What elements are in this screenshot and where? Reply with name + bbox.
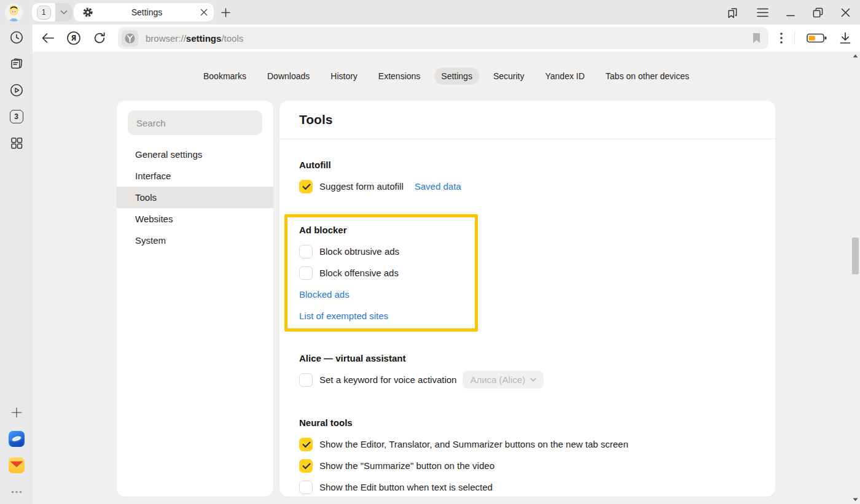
block-obtrusive-label: Block obtrusive ads (319, 246, 399, 257)
show-edit-button-label: Show the Edit button when text is select… (319, 482, 493, 492)
close-icon (841, 8, 850, 17)
nav-tab-settings[interactable]: Settings (434, 68, 479, 85)
neural-row: Show the "Summarize" button on the video (299, 455, 756, 476)
alice-avatar-icon[interactable] (5, 4, 23, 21)
tab-group: 1 (32, 3, 72, 21)
blocked-ads-link[interactable]: Blocked ads (299, 289, 350, 300)
tabs-button[interactable]: 3 (9, 109, 25, 124)
dots-vertical-icon (780, 33, 783, 44)
neural-tools-heading: Neural tools (299, 417, 353, 428)
alice-row: Set a keyword for voice activation Алиса… (299, 369, 756, 390)
nav-tab-extensions[interactable]: Extensions (372, 68, 427, 85)
close-tab-icon[interactable] (200, 9, 208, 16)
nav-tab-other-devices[interactable]: Tabs on other devices (599, 68, 696, 85)
yandex-disk-button[interactable] (9, 432, 25, 446)
chevron-down-icon (60, 10, 68, 15)
arrow-left-icon (41, 33, 55, 44)
block-offensive-checkbox[interactable] (299, 266, 313, 280)
tab-counter[interactable]: 1 (32, 3, 55, 21)
sidebar-item-tools[interactable]: Tools (117, 187, 273, 208)
browser-window: 1 Settings (0, 0, 860, 504)
yandex-home-button[interactable]: Я (66, 31, 81, 45)
url-text[interactable]: browser://settings/tools (146, 33, 745, 44)
chevron-down-icon (530, 378, 536, 382)
search-input[interactable] (128, 110, 262, 135)
minimize-icon (786, 8, 795, 17)
address-bar[interactable]: browser://settings/tools (118, 27, 768, 49)
reload-button[interactable] (93, 31, 106, 45)
bookmark-flag-icon[interactable] (752, 33, 761, 44)
voice-activation-checkbox[interactable] (299, 373, 313, 387)
protect-icon (125, 33, 135, 44)
plus-icon (221, 8, 230, 17)
history-button[interactable] (9, 30, 25, 45)
show-editor-buttons-checkbox[interactable] (299, 438, 313, 451)
saved-data-link[interactable]: Saved data (415, 181, 461, 192)
new-tab-button[interactable] (217, 4, 233, 20)
back-button[interactable] (41, 33, 55, 44)
autofill-row: Suggest form autofill Saved data (299, 176, 756, 197)
nav-tab-security[interactable]: Security (487, 68, 531, 85)
menu-button[interactable] (757, 8, 768, 17)
download-icon (839, 32, 851, 44)
add-panel-item-button[interactable] (9, 405, 25, 420)
play-circle-icon (9, 83, 24, 98)
yandex-mail-button[interactable] (9, 458, 25, 473)
sidebar-item-system[interactable]: System (117, 230, 273, 251)
keyword-dropdown-value: Алиса (Alice) (470, 374, 525, 385)
bookmarks-panel-icon (726, 6, 739, 19)
toolbar-more-button[interactable] (780, 33, 783, 44)
scrollbar-thumb[interactable] (852, 238, 859, 274)
sidebar-item-general[interactable]: General settings (117, 144, 273, 165)
suggest-autofill-label: Suggest form autofill (319, 181, 404, 192)
reload-icon (93, 31, 106, 45)
settings-content: Tools Autofill Suggest form autofill Sav… (280, 101, 775, 497)
neural-row: Show the Editor, Translator, and Summari… (299, 433, 756, 455)
nav-tab-history[interactable]: History (324, 68, 364, 85)
grid-icon (10, 136, 23, 150)
block-obtrusive-checkbox[interactable] (299, 245, 313, 258)
feed-button[interactable] (9, 56, 25, 71)
plus-icon (11, 407, 22, 418)
ad-blocker-row: Block obtrusive ads (299, 241, 475, 262)
tabs-count-icon: 3 (10, 110, 23, 123)
suggest-autofill-checkbox[interactable] (299, 180, 313, 193)
show-summarize-video-checkbox[interactable] (299, 459, 313, 473)
block-offensive-label: Block offensive ads (319, 268, 399, 278)
nav-tab-bookmarks[interactable]: Bookmarks (197, 68, 253, 85)
show-summarize-video-label: Show the "Summarize" button on the video (319, 460, 495, 471)
ad-blocker-highlight-box: Ad blocker Block obtrusive ads Block off… (284, 214, 478, 331)
battery-icon (807, 33, 827, 44)
minimize-button[interactable] (786, 8, 795, 17)
keyword-dropdown[interactable]: Алиса (Alice) (463, 371, 544, 389)
tab-counter-badge: 1 (37, 6, 51, 20)
show-editor-buttons-label: Show the Editor, Translator, and Summari… (319, 439, 628, 449)
dots-horizontal-icon (11, 490, 22, 494)
scroll-down-arrow-icon[interactable] (853, 497, 858, 503)
apps-button[interactable] (9, 136, 25, 150)
side-panel-button[interactable] (726, 6, 739, 19)
gear-icon (82, 7, 93, 18)
downloads-button[interactable] (839, 32, 851, 44)
tab-list-dropdown[interactable] (55, 3, 72, 21)
ad-blocker-heading: Ad blocker (299, 225, 347, 235)
restore-icon (813, 7, 823, 18)
sidebar-item-websites[interactable]: Websites (117, 208, 273, 230)
close-window-button[interactable] (841, 8, 850, 17)
protect-badge[interactable] (122, 30, 138, 47)
restore-window-button[interactable] (813, 7, 823, 18)
exempted-sites-link[interactable]: List of exempted sites (299, 311, 388, 321)
video-button[interactable] (9, 83, 25, 98)
nav-tab-yandex-id[interactable]: Yandex ID (538, 68, 591, 85)
battery-saver-button[interactable] (807, 33, 827, 44)
nav-tab-downloads[interactable]: Downloads (260, 68, 316, 85)
page-scrollbar[interactable] (851, 53, 859, 503)
left-sidebar: 3 (0, 25, 33, 504)
sidebar-item-interface[interactable]: Interface (117, 165, 273, 187)
hamburger-icon (757, 8, 768, 17)
show-edit-button-checkbox[interactable] (299, 481, 313, 494)
scroll-up-arrow-icon[interactable] (853, 53, 858, 59)
rail-more-button[interactable] (9, 484, 25, 499)
browser-toolbar: Я browser://settings/tools (33, 25, 860, 52)
browser-tab-settings[interactable]: Settings (74, 3, 214, 21)
